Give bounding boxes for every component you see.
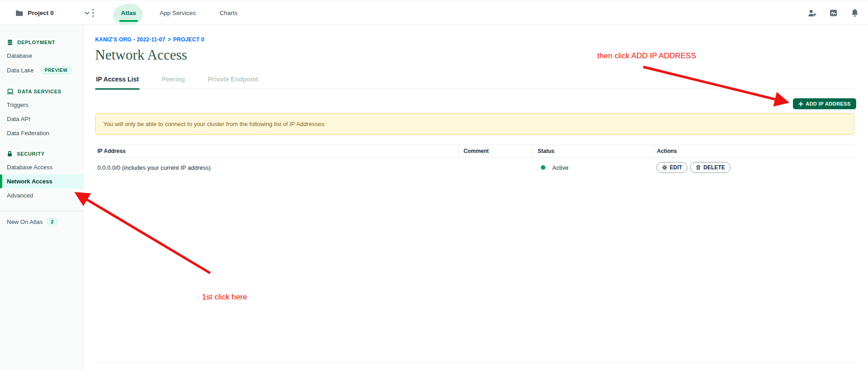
new-on-atlas-label: New On Atlas bbox=[7, 218, 43, 225]
top-navigation-bar: Project 0 Atlas App Services Charts bbox=[0, 0, 868, 25]
main-content: KANIZ'S ORG - 2022-11-07>PROJECT 0 Netwo… bbox=[84, 25, 868, 370]
tab-peering-label: Peering bbox=[161, 76, 185, 83]
delete-button-label: DELETE bbox=[703, 164, 725, 171]
column-header-comment: Comment bbox=[459, 145, 533, 157]
sidebar-section-data-services: DATA SERVICES Triggers Data API Data Fed… bbox=[0, 85, 83, 140]
add-ip-address-button-label: ADD IP ADDRESS bbox=[806, 101, 851, 106]
tab-atlas[interactable]: Atlas bbox=[119, 0, 138, 25]
breadcrumb-project-link[interactable]: PROJECT 0 bbox=[173, 36, 205, 43]
project-selector[interactable]: Project 0 bbox=[15, 0, 90, 25]
sidebar-item-database-access[interactable]: Database Access bbox=[0, 160, 83, 174]
sidebar-item-data-lake[interactable]: Data Lake PREVIEW bbox=[0, 63, 83, 78]
top-right-icons bbox=[807, 0, 859, 25]
sidebar-item-advanced[interactable]: Advanced bbox=[0, 188, 83, 203]
sidebar-item-network-access[interactable]: Network Access bbox=[0, 174, 83, 188]
add-ip-address-button[interactable]: ADD IP ADDRESS bbox=[793, 98, 856, 109]
new-on-atlas-count-badge: 2 bbox=[47, 218, 58, 225]
trash-icon bbox=[696, 165, 701, 170]
tab-private-endpoint[interactable]: Private Endpoint bbox=[207, 76, 259, 89]
security-section-header: SECURITY bbox=[0, 147, 83, 160]
preview-badge: PREVIEW bbox=[41, 66, 71, 74]
column-header-ip-address: IP Address bbox=[95, 148, 459, 154]
tab-ip-access-list[interactable]: IP Access List bbox=[95, 76, 140, 89]
sidebar-item-network-access-label: Network Access bbox=[7, 178, 52, 185]
actions-cell: EDIT DELETE bbox=[654, 162, 854, 173]
network-access-tabs: IP Access List Peering Private Endpoint bbox=[95, 76, 854, 89]
sidebar-item-advanced-label: Advanced bbox=[7, 192, 33, 199]
data-services-section-header: DATA SERVICES bbox=[0, 85, 83, 98]
sidebar: DEPLOYMENT Database Data Lake PREVIEW DA… bbox=[0, 25, 84, 370]
tab-peering[interactable]: Peering bbox=[161, 76, 186, 89]
project-name: Project 0 bbox=[28, 10, 54, 16]
page-title: Network Access bbox=[95, 47, 854, 63]
table-header-row: IP Address Comment Status Actions bbox=[95, 145, 854, 157]
chevron-down-icon[interactable] bbox=[85, 11, 90, 15]
kebab-menu-icon[interactable] bbox=[92, 0, 94, 25]
tab-app-services[interactable]: App Services bbox=[158, 0, 198, 25]
sidebar-item-data-api[interactable]: Data API bbox=[0, 112, 83, 126]
tab-ip-access-list-label: IP Access List bbox=[96, 76, 139, 83]
sidebar-item-data-api-label: Data API bbox=[7, 116, 30, 122]
sidebar-item-data-federation[interactable]: Data Federation bbox=[0, 126, 83, 140]
sidebar-item-triggers-label: Triggers bbox=[7, 101, 28, 108]
database-stack-icon bbox=[7, 39, 13, 46]
tab-charts[interactable]: Charts bbox=[218, 0, 240, 25]
ip-access-table: IP Address Comment Status Actions 0.0.0.… bbox=[95, 145, 854, 177]
breadcrumb-org-link[interactable]: KANIZ'S ORG - 2022-11-07 bbox=[95, 36, 165, 43]
footer-divider bbox=[95, 362, 854, 362]
table-row: 0.0.0.0/0 (includes your current IP addr… bbox=[95, 157, 854, 177]
folder-icon bbox=[15, 10, 23, 16]
sidebar-item-triggers[interactable]: Triggers bbox=[0, 98, 83, 112]
delete-button[interactable]: DELETE bbox=[690, 162, 730, 173]
tab-private-endpoint-label: Private Endpoint bbox=[208, 76, 258, 83]
security-section-label: SECURITY bbox=[17, 151, 45, 157]
notifications-bell-icon[interactable] bbox=[851, 9, 859, 17]
tab-charts-label: Charts bbox=[220, 10, 238, 16]
breadcrumb: KANIZ'S ORG - 2022-11-07>PROJECT 0 bbox=[95, 36, 854, 43]
product-tabs: Atlas App Services Charts bbox=[119, 0, 239, 25]
lock-icon bbox=[7, 151, 13, 157]
status-label: Active bbox=[552, 164, 568, 171]
sidebar-item-database-label: Database bbox=[7, 52, 32, 59]
ip-list-warning-banner: You will only be able to connect to your… bbox=[95, 113, 854, 135]
atlas-app-window: Project 0 Atlas App Services Charts bbox=[0, 0, 868, 370]
status-cell: Active bbox=[533, 164, 654, 171]
column-header-status: Status bbox=[533, 145, 654, 157]
deployment-section-label: DEPLOYMENT bbox=[17, 40, 55, 45]
edit-button-label: EDIT bbox=[670, 164, 682, 171]
plus-icon bbox=[798, 101, 803, 106]
sidebar-item-new-on-atlas[interactable]: New On Atlas 2 bbox=[0, 211, 83, 232]
edit-button[interactable]: EDIT bbox=[656, 162, 687, 173]
sidebar-section-deployment: DEPLOYMENT Database Data Lake PREVIEW bbox=[0, 36, 83, 78]
laptop-icon bbox=[7, 88, 14, 95]
tab-app-services-label: App Services bbox=[160, 10, 196, 16]
sidebar-item-data-federation-label: Data Federation bbox=[7, 130, 49, 137]
data-services-section-label: DATA SERVICES bbox=[18, 89, 61, 94]
invite-user-icon[interactable] bbox=[807, 9, 817, 17]
ip-address-cell: 0.0.0.0/0 (includes your current IP addr… bbox=[95, 164, 459, 171]
status-active-dot bbox=[541, 165, 545, 170]
column-header-actions: Actions bbox=[654, 145, 854, 157]
sidebar-item-data-lake-label: Data Lake bbox=[7, 67, 34, 74]
deployment-section-header: DEPLOYMENT bbox=[0, 36, 83, 49]
sidebar-item-database[interactable]: Database bbox=[0, 49, 83, 63]
sidebar-item-database-access-label: Database Access bbox=[7, 164, 52, 171]
activity-feed-icon[interactable] bbox=[829, 9, 838, 17]
breadcrumb-separator: > bbox=[167, 36, 171, 43]
ip-list-warning-text: You will only be able to connect to your… bbox=[103, 121, 326, 127]
tab-atlas-label: Atlas bbox=[121, 10, 136, 16]
sidebar-section-security: SECURITY Database Access Network Access … bbox=[0, 147, 83, 203]
gear-icon bbox=[662, 165, 667, 170]
